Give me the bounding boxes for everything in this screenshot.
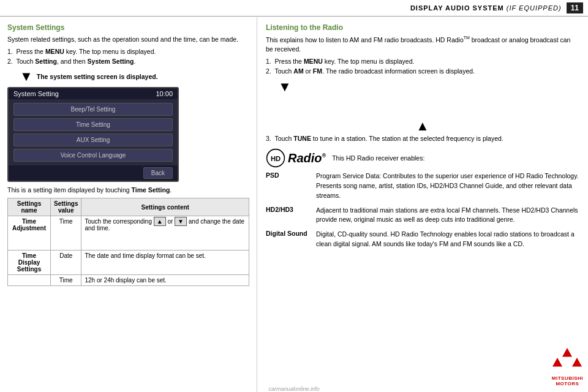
arrow-up-icon: ▲ xyxy=(416,118,429,134)
screen-header: System Setting 10:00 xyxy=(9,88,178,99)
right-steps-list: 1. Press the MENU key. The top menu is d… xyxy=(266,57,579,77)
left-column: System Settings System related settings,… xyxy=(0,17,257,392)
right-column: Listening to the Radio This explains how… xyxy=(257,17,588,392)
screen-btn-voice: Voice Control Language xyxy=(13,149,173,162)
screen-title: System Setting xyxy=(13,90,59,97)
screen-body: Beep/Tel Setting Time Setting AUX Settin… xyxy=(9,99,178,165)
mitsubishi-text: MITSUBISHIMOTORS xyxy=(552,376,583,387)
col-header-value: Settings value xyxy=(51,198,81,216)
row-name-time-adj: TimeAdjustment xyxy=(8,216,51,251)
col-header-content: Settings content xyxy=(81,198,249,216)
row-value-time2: Time xyxy=(51,275,81,286)
hd-radio-row: HD Radio® This HD Radio receiver enables… xyxy=(266,148,579,168)
table-row-display-date: Time DisplaySettings Date The date and t… xyxy=(8,251,249,275)
left-steps-list: 1. Press the MENU key. The top menu is d… xyxy=(7,47,249,67)
settings-table: Settings name Settings value Settings co… xyxy=(7,198,249,286)
feature-digital-sound-desc: Digital, CD-quality sound. HD Radio Tech… xyxy=(316,230,579,249)
watermark: carmanualonline.info xyxy=(268,386,319,392)
right-section-title: Listening to the Radio xyxy=(266,23,579,32)
hd-radio-desc: This HD Radio receiver enables: xyxy=(332,154,424,162)
radio-wordmark: Radio® xyxy=(288,151,326,165)
main-content: System Settings System related settings,… xyxy=(0,17,588,392)
hd-icon-svg: HD xyxy=(266,148,285,168)
right-step-1: 1. Press the MENU key. The top menu is d… xyxy=(266,57,579,67)
table-intro: This is a setting item displayed by touc… xyxy=(7,186,249,195)
left-step-1: 1. Press the MENU key. The top menu is d… xyxy=(7,47,249,57)
row-value-date: Date xyxy=(51,251,81,275)
row-content-time-adj: Touch the corresponding ▲ or ▼ and chang… xyxy=(81,216,249,251)
arrow-down-icon-right: ▼ xyxy=(278,79,292,94)
screen-btn-aux: AUX Setting xyxy=(13,134,173,146)
left-step-2: 2. Touch Setting, and then System Settin… xyxy=(7,57,249,67)
feature-psd: PSD Program Service Data: Contributes to… xyxy=(266,172,579,200)
screen-footer: Back xyxy=(9,165,178,181)
row-content-time2: 12h or 24h display can be set. xyxy=(81,275,249,286)
hd-radio-logo: HD Radio® xyxy=(266,148,326,168)
feature-digital-sound-label: Digital Sound xyxy=(266,230,309,237)
svg-text:HD: HD xyxy=(271,155,281,162)
mitsubishi-diamond-svg xyxy=(552,348,582,375)
mitsubishi-logo: MITSUBISHIMOTORS xyxy=(552,348,583,387)
left-intro: System related settings, such as the ope… xyxy=(7,35,249,45)
svg-marker-2 xyxy=(562,348,572,356)
down-arrow-box: ▼ xyxy=(175,217,187,226)
feature-psd-label: PSD xyxy=(266,172,309,179)
svg-marker-4 xyxy=(572,358,582,366)
feature-psd-desc: Program Service Data: Contributes to the… xyxy=(316,172,579,200)
row-name-display-settings: Time DisplaySettings xyxy=(8,251,51,275)
screen-btn-beep: Beep/Tel Setting xyxy=(13,103,173,116)
screen-back-button: Back xyxy=(143,167,173,179)
table-row-display-time: Time 12h or 24h display can be set. xyxy=(8,275,249,286)
feature-hd2hd3-label: HD2/HD3 xyxy=(266,206,309,213)
system-setting-screen: System Setting 10:00 Beep/Tel Setting Ti… xyxy=(7,87,179,182)
screen-btn-time: Time Setting xyxy=(13,118,173,131)
row-name-empty xyxy=(8,275,51,286)
svg-marker-3 xyxy=(552,358,562,366)
table-row-time-adj: TimeAdjustment Time Touch the correspond… xyxy=(8,216,249,251)
up-arrow-box: ▲ xyxy=(154,217,166,226)
arrow-down-icon: ▼ xyxy=(20,69,33,85)
row-value-time-adj: Time xyxy=(51,216,81,251)
arrow-label: The system setting screen is displayed. xyxy=(37,73,158,80)
screen-image-placeholder: ▲ xyxy=(266,97,579,134)
col-header-name: Settings name xyxy=(8,198,51,216)
feature-hd2hd3-desc: Adjacent to traditional main stations ar… xyxy=(316,206,579,225)
right-step-2: 2. Touch AM or FM. The radio broadcast i… xyxy=(266,67,579,77)
row-content-date: The date and time display format can be … xyxy=(81,251,249,275)
page-number: 11 xyxy=(567,2,583,13)
right-step3: 3. Touch TUNE to tune in a station. The … xyxy=(266,134,579,144)
left-section-title: System Settings xyxy=(7,23,249,32)
right-intro: This explains how to listen to AM and FM… xyxy=(266,35,579,55)
feature-hd2hd3: HD2/HD3 Adjacent to traditional main sta… xyxy=(266,206,579,225)
page-header: DISPLAY AUDIO SYSTEM (if equipped) 11 xyxy=(0,0,588,17)
screen-time: 10:00 xyxy=(156,90,173,97)
feature-digital-sound: Digital Sound Digital, CD-quality sound.… xyxy=(266,230,579,249)
header-title: DISPLAY AUDIO SYSTEM (if equipped) xyxy=(410,4,562,12)
